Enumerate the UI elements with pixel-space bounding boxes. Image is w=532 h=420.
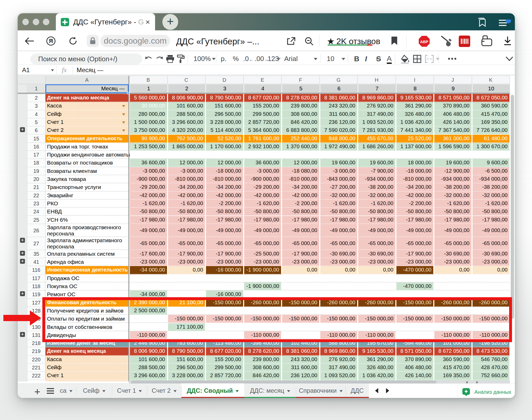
- svg-text:ABP: ABP: [420, 39, 428, 44]
- svg-text:Я: Я: [49, 38, 53, 44]
